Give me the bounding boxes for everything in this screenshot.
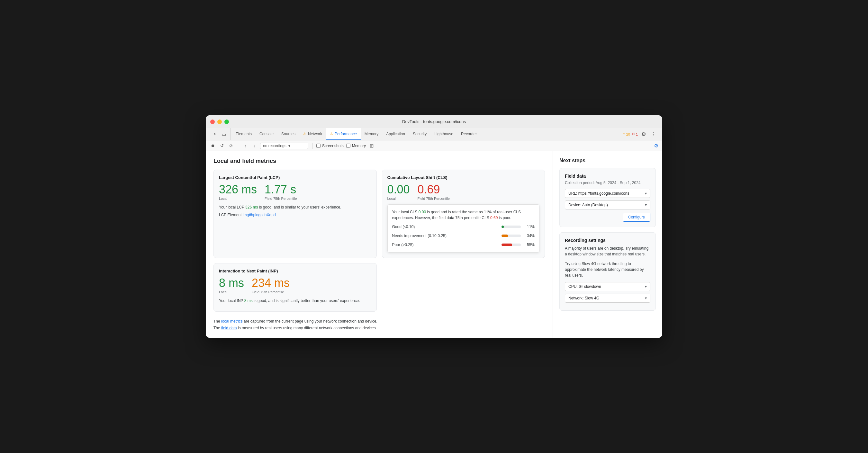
- cls-bar-good: Good (≤0.10) 11%: [392, 224, 535, 230]
- tabs-right: ⚠ 20 ☒ 1 ⚙ ⋮: [622, 128, 660, 140]
- lcp-field: 1.77 s Field 75th Percentile: [265, 184, 297, 200]
- field-data-period: Collection period: Aug 5, 2024 - Sep 1, …: [565, 181, 650, 185]
- inp-field-value: 234 ms: [252, 277, 290, 289]
- cls-bar-poor: Poor (>0.25) 55%: [392, 242, 535, 248]
- minimize-button[interactable]: [217, 120, 222, 124]
- inp-title: Interaction to Next Paint (INP): [219, 268, 371, 273]
- inp-local-label: Local: [219, 290, 244, 294]
- configure-btn-container: Configure: [565, 213, 650, 222]
- cls-field-value: 0.69: [417, 184, 450, 195]
- separator: [238, 143, 238, 149]
- close-button[interactable]: [210, 120, 215, 124]
- traffic-lights: [210, 120, 229, 124]
- field-data-link[interactable]: field data: [221, 326, 237, 330]
- devtools-left-icons: ⌖ ▭: [208, 128, 230, 140]
- warn-badge: ⚠ 20: [622, 132, 630, 136]
- cls-field: 0.69 Field 75th Percentile: [417, 184, 450, 200]
- tab-lighthouse[interactable]: Lighthouse: [431, 128, 457, 140]
- tab-memory[interactable]: Memory: [361, 128, 382, 140]
- recording-settings-card: Recording settings A majority of users a…: [559, 232, 656, 311]
- cls-local-value: 0.00: [388, 184, 410, 195]
- chevron-down-icon: ▾: [288, 143, 290, 148]
- url-select[interactable]: URL: https://fonts.google.com/icons ▾: [565, 189, 650, 198]
- lcp-element-link[interactable]: img#hplogo.lnXdpd: [243, 213, 276, 217]
- inspect-icon[interactable]: ⌖: [211, 130, 219, 138]
- inp-desc-value: 8 ms: [244, 298, 253, 303]
- cls-bar-track-poor: [501, 244, 521, 246]
- recording-desc2: Try using Slow 4G network throttling to …: [565, 261, 650, 278]
- cls-bar-track-needs: [501, 234, 521, 237]
- screenshots-checkbox[interactable]: [316, 143, 320, 148]
- lcp-desc-value: 326 ms: [245, 205, 258, 209]
- recording-title: Recording settings: [565, 238, 650, 243]
- footer-line2: The field data is measured by real users…: [214, 325, 545, 331]
- tab-performance[interactable]: ⚠ Performance: [326, 128, 361, 140]
- warn-triangle-icon: ⚠: [622, 132, 626, 136]
- screenshots-checkbox-label[interactable]: Screenshots: [316, 143, 344, 148]
- cls-popup-value2: 0.69: [490, 216, 498, 220]
- right-panel-title: Next steps: [559, 158, 656, 164]
- maximize-button[interactable]: [224, 120, 229, 124]
- right-panel: Next steps Field data Collection period:…: [553, 151, 662, 338]
- lcp-field-label: Field 75th Percentile: [265, 197, 297, 200]
- record-icon[interactable]: ⏺: [210, 143, 216, 149]
- cpu-select-arrow: ▾: [645, 284, 647, 289]
- cls-popup-value: 0.00: [418, 210, 426, 214]
- clear-icon[interactable]: ⊘: [227, 143, 234, 149]
- tab-security[interactable]: Security: [409, 128, 431, 140]
- section-title: Local and field metrics: [214, 158, 545, 164]
- inp-local: 8 ms Local: [219, 277, 244, 294]
- capture-settings-icon[interactable]: ⚙: [654, 143, 658, 149]
- cls-card: Cumulative Layout Shift (CLS) 0.00 Local…: [382, 170, 545, 258]
- cls-bar-fill-poor: [501, 244, 512, 246]
- toolbar: ⏺ ↺ ⊘ ↑ ↓ no recordings ▾ Screenshots Me…: [206, 140, 662, 151]
- device-select-arrow: ▾: [645, 203, 647, 207]
- tab-recorder[interactable]: Recorder: [457, 128, 480, 140]
- tab-network[interactable]: ⚠ Network: [299, 128, 326, 140]
- inp-values: 8 ms Local 234 ms Field 75th Percentile: [219, 277, 371, 294]
- network-select[interactable]: Network: Slow 4G ▾: [565, 294, 650, 303]
- tab-application[interactable]: Application: [382, 128, 409, 140]
- lcp-desc: Your local LCP 326 ms is good, and is si…: [219, 204, 371, 210]
- configure-button[interactable]: Configure: [623, 213, 650, 222]
- separator2: [312, 143, 312, 149]
- tab-elements[interactable]: Elements: [232, 128, 255, 140]
- cls-title: Cumulative Layout Shift (CLS): [388, 175, 540, 180]
- download-icon[interactable]: ↓: [251, 143, 257, 149]
- reload-icon[interactable]: ↺: [219, 143, 225, 149]
- network-warn-icon: ⚠: [303, 132, 306, 136]
- metrics-grid: Largest Contentful Paint (LCP) 326 ms Lo…: [214, 170, 545, 312]
- upload-icon[interactable]: ↑: [242, 143, 248, 149]
- memory-checkbox[interactable]: [346, 143, 350, 148]
- tab-console[interactable]: Console: [255, 128, 277, 140]
- cls-bar-fill-needs: [501, 234, 508, 237]
- inp-field: 234 ms Field 75th Percentile: [252, 277, 290, 294]
- tabs-bar: ⌖ ▭ Elements Console Sources ⚠ Network ⚠…: [206, 128, 662, 140]
- performance-warn-icon: ⚠: [330, 132, 333, 136]
- lcp-local: 326 ms Local: [219, 184, 257, 200]
- memory-checkbox-label[interactable]: Memory: [346, 143, 366, 148]
- device-select[interactable]: Device: Auto (Desktop) ▾: [565, 200, 650, 209]
- local-metrics-link[interactable]: local metrics: [221, 319, 243, 324]
- inp-field-label: Field 75th Percentile: [252, 290, 290, 294]
- devtools-window: DevTools - fonts.google.com/icons ⌖ ▭ El…: [206, 115, 662, 338]
- lcp-local-label: Local: [219, 197, 257, 200]
- more-icon[interactable]: ⋮: [649, 130, 657, 138]
- cls-popup: Your local CLS 0.00 is good and is rated…: [388, 204, 540, 253]
- network-conditions-icon[interactable]: ⊞: [368, 143, 375, 149]
- cpu-select[interactable]: CPU: 6× slowdown ▾: [565, 282, 650, 291]
- settings-icon[interactable]: ⚙: [640, 130, 648, 138]
- cls-local-label: Local: [388, 197, 410, 200]
- left-panel: Local and field metrics Largest Contentf…: [206, 151, 553, 338]
- cls-values: 0.00 Local 0.69 Field 75th Percentile: [388, 184, 540, 200]
- lcp-element: LCP Element img#hplogo.lnXdpd: [219, 213, 371, 217]
- err-badge: ☒ 1: [632, 132, 638, 136]
- device-icon[interactable]: ▭: [220, 130, 227, 138]
- field-data-title: Field data: [565, 173, 650, 179]
- recordings-select[interactable]: no recordings ▾: [260, 143, 308, 149]
- tab-sources[interactable]: Sources: [277, 128, 299, 140]
- cls-field-label: Field 75th Percentile: [417, 197, 450, 200]
- cls-bar-fill-good: [501, 226, 504, 228]
- footer-line1: The local metrics are captured from the …: [214, 318, 545, 324]
- lcp-field-value: 1.77 s: [265, 184, 297, 195]
